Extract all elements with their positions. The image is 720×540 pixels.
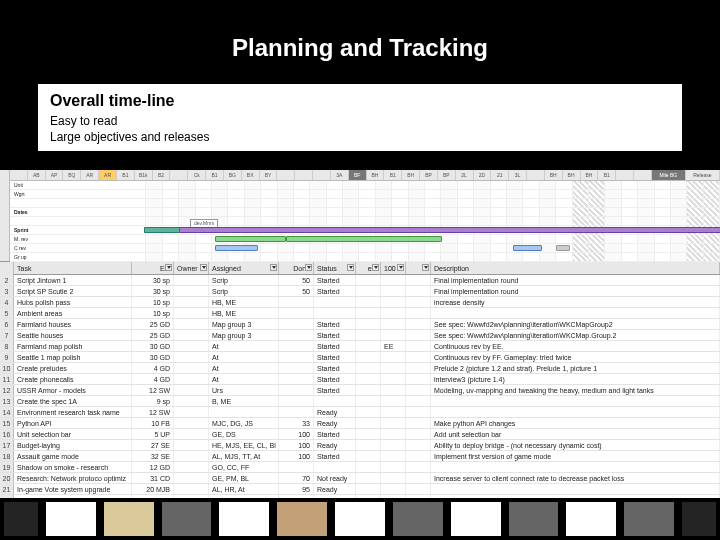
gantt-bar[interactable] <box>286 236 442 242</box>
cell-task[interactable]: Create preludes <box>14 363 132 373</box>
cell-assign[interactable]: Map group 3 <box>209 330 279 340</box>
gantt-bar[interactable] <box>215 236 286 242</box>
gantt-col-header[interactable]: BY <box>260 170 278 180</box>
filter-dropdown-icon[interactable] <box>347 264 354 271</box>
row-number[interactable]: 6 <box>0 319 14 329</box>
cell-owner[interactable] <box>174 396 209 406</box>
cell-task[interactable]: Research: Network protoco optimiz <box>14 473 132 483</box>
filter-dropdown-icon[interactable] <box>270 264 277 271</box>
cell-done[interactable] <box>279 407 314 417</box>
cell-desc[interactable] <box>431 407 720 417</box>
cell-i[interactable] <box>406 473 431 483</box>
cell-g[interactable] <box>356 429 381 439</box>
cell-est[interactable]: 4 GD <box>132 363 174 373</box>
cell-desc[interactable]: See spec: Wwwfd2wv\planning\iteration\WK… <box>431 319 720 329</box>
table-row[interactable]: 19Shadow on smoke - research12 GDGO, CC,… <box>0 462 720 473</box>
cell-i[interactable] <box>406 363 431 373</box>
cell-owner[interactable] <box>174 473 209 483</box>
cell-done[interactable]: 33 <box>279 418 314 428</box>
cell-est[interactable]: 10 sp <box>132 308 174 318</box>
cell-owner[interactable] <box>174 286 209 296</box>
cell-assign[interactable]: GO, CC, FF <box>209 462 279 472</box>
cell-owner[interactable] <box>174 352 209 362</box>
cell-h[interactable] <box>381 352 406 362</box>
cell-h[interactable] <box>381 407 406 417</box>
cell-i[interactable] <box>406 319 431 329</box>
cell-desc[interactable]: Continuous rev by FF. Gameplay: tried tw… <box>431 352 720 362</box>
cell-owner[interactable] <box>174 440 209 450</box>
cell-done[interactable] <box>279 374 314 384</box>
cell-owner[interactable] <box>174 341 209 351</box>
table-header-assign[interactable]: Assigned <box>209 262 279 274</box>
cell-task[interactable]: Seattle houses <box>14 330 132 340</box>
gantt-col-header[interactable] <box>10 170 28 180</box>
cell-i[interactable] <box>406 418 431 428</box>
cell-assign[interactable]: GE, PM, BL <box>209 473 279 483</box>
gantt-bar[interactable] <box>215 245 258 251</box>
gantt-col-header[interactable]: 3L <box>509 170 527 180</box>
cell-g[interactable] <box>356 297 381 307</box>
gantt-col-header[interactable]: AR <box>99 170 117 180</box>
cell-h[interactable]: EE <box>381 341 406 351</box>
cell-status[interactable]: Started <box>314 286 356 296</box>
cell-owner[interactable] <box>174 429 209 439</box>
gantt-bar[interactable] <box>144 227 180 233</box>
row-number[interactable]: 13 <box>0 396 14 406</box>
cell-i[interactable] <box>406 440 431 450</box>
cell-g[interactable] <box>356 319 381 329</box>
cell-owner[interactable] <box>174 319 209 329</box>
cell-h[interactable] <box>381 275 406 285</box>
cell-assign[interactable]: Map group 3 <box>209 319 279 329</box>
table-header-owner[interactable]: Owner <box>174 262 209 274</box>
row-number[interactable]: 12 <box>0 385 14 395</box>
cell-assign[interactable]: MJC, DG, JS <box>209 418 279 428</box>
gantt-col-header[interactable]: BH <box>367 170 385 180</box>
row-number[interactable]: 4 <box>0 297 14 307</box>
cell-owner[interactable] <box>174 385 209 395</box>
cell-status[interactable]: Not ready <box>314 473 356 483</box>
row-number[interactable]: 2 <box>0 275 14 285</box>
cell-desc[interactable]: Ability to deploy bridge - (not necessar… <box>431 440 720 450</box>
cell-owner[interactable] <box>174 407 209 417</box>
table-header-est[interactable]: Est <box>132 262 174 274</box>
cell-task[interactable]: Create the spec 1A <box>14 396 132 406</box>
cell-assign[interactable]: GE, DS <box>209 429 279 439</box>
gantt-col-header[interactable]: BX <box>242 170 260 180</box>
cell-owner[interactable] <box>174 462 209 472</box>
gantt-col-header[interactable] <box>527 170 545 180</box>
cell-h[interactable] <box>381 308 406 318</box>
cell-desc[interactable] <box>431 396 720 406</box>
cell-desc[interactable]: Implement first version of game mode <box>431 451 720 461</box>
cell-i[interactable] <box>406 374 431 384</box>
cell-desc[interactable]: Final implementation round <box>431 275 720 285</box>
cell-h[interactable] <box>381 473 406 483</box>
cell-done[interactable] <box>279 352 314 362</box>
cell-owner[interactable] <box>174 363 209 373</box>
cell-g[interactable] <box>356 363 381 373</box>
gantt-col-header[interactable]: B1k <box>135 170 153 180</box>
row-number[interactable]: 3 <box>0 286 14 296</box>
gantt-col-header[interactable]: BH <box>545 170 563 180</box>
cell-owner[interactable] <box>174 275 209 285</box>
cell-task[interactable]: Ambient areas <box>14 308 132 318</box>
table-row[interactable]: 7Seattle houses25 GDMap group 3StartedSe… <box>0 330 720 341</box>
cell-h[interactable] <box>381 451 406 461</box>
cell-i[interactable] <box>406 286 431 296</box>
cell-assign[interactable]: B, ME <box>209 396 279 406</box>
cell-g[interactable] <box>356 440 381 450</box>
cell-done[interactable] <box>279 363 314 373</box>
cell-done[interactable]: 100 <box>279 429 314 439</box>
cell-status[interactable] <box>314 462 356 472</box>
cell-done[interactable]: 70 <box>279 473 314 483</box>
cell-g[interactable] <box>356 330 381 340</box>
cell-status[interactable]: Ready <box>314 407 356 417</box>
cell-done[interactable] <box>279 462 314 472</box>
cell-i[interactable] <box>406 308 431 318</box>
row-number[interactable]: 18 <box>0 451 14 461</box>
cell-task[interactable]: Farmland map polish <box>14 341 132 351</box>
row-number[interactable]: 16 <box>0 429 14 439</box>
cell-done[interactable]: 100 <box>279 440 314 450</box>
cell-status[interactable] <box>314 297 356 307</box>
cell-h[interactable] <box>381 418 406 428</box>
row-number[interactable]: 9 <box>0 352 14 362</box>
